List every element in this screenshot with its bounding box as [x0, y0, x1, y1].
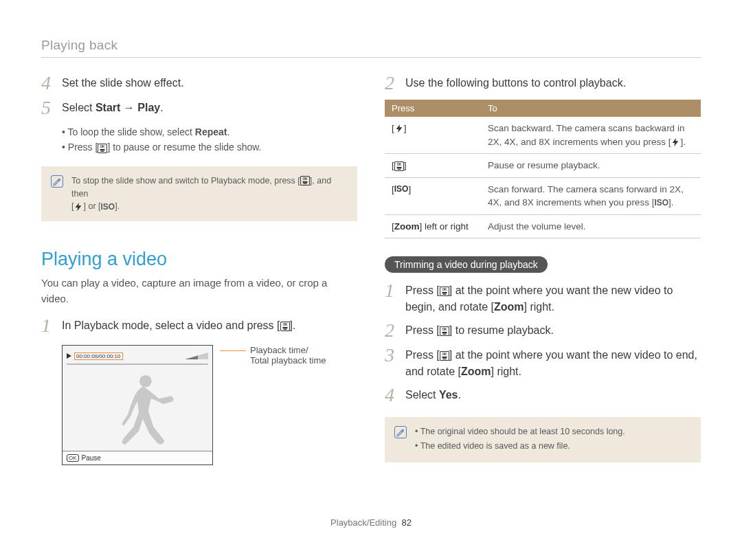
note-body: To stop the slide show and switch to Pla… — [71, 175, 348, 213]
volume-icon — [185, 352, 208, 359]
table-row: [] Pause or resume playback. — [385, 154, 701, 178]
sub-bullets: To loop the slide show, select Repeat. P… — [62, 124, 357, 155]
section-heading: Playing a video — [41, 249, 357, 270]
step-text: Select Yes. — [405, 387, 461, 403]
trim-step-2: 2 Press [] to resume playback. — [385, 322, 701, 340]
callout-text: Total playback time — [250, 355, 326, 366]
press-cell: [] — [385, 154, 481, 178]
table-header-to: To — [481, 100, 701, 117]
callout-text: Playback time/ — [250, 345, 308, 355]
video-topbar: 00:00:08/00:00:10 — [67, 350, 208, 362]
text-bold: Zoom — [394, 221, 420, 232]
text: ]. — [115, 201, 120, 211]
text-bold: Yes — [439, 389, 458, 401]
page-footer: Playback/Editing 82 — [41, 517, 701, 528]
trim-step-4: 4 Select Yes. — [385, 387, 701, 405]
to-cell: Scan forward. The camera scans forward i… — [481, 177, 701, 214]
step-text: Press [] to resume playback. — [405, 322, 554, 339]
ok-button-icon — [440, 351, 449, 361]
playback-time: 00:00:08/00:00:10 — [74, 352, 123, 360]
note-box: The original video should be at least 10… — [385, 417, 701, 462]
bullet: Press [] to pause or resume the slide sh… — [62, 139, 357, 155]
trim-step-1: 1 Press [] at the point where you want t… — [385, 282, 701, 315]
to-cell: Scan backward. The camera scans backward… — [481, 117, 701, 154]
text-bold: Repeat — [195, 126, 227, 137]
press-cell: [] — [385, 117, 481, 154]
text: Press [ — [405, 324, 440, 336]
iso-icon: ISO — [654, 199, 668, 208]
play-step-1: 1 In Playback mode, select a video and p… — [41, 317, 357, 335]
text: Select — [62, 102, 95, 113]
to-cell: Adjust the volume level. — [481, 214, 701, 238]
text: ] — [408, 184, 411, 194]
text: Select — [405, 389, 439, 401]
section-intro: You can play a video, capture an image f… — [41, 276, 357, 306]
bullet: To loop the slide show, select Repeat. — [62, 124, 357, 139]
step-number: 4 — [385, 385, 405, 405]
step-text: Set the slide show effect. — [62, 75, 184, 91]
note-body: The original video should be at least 10… — [415, 425, 625, 454]
text: To stop the slide show and switch to Pla… — [71, 176, 300, 186]
step-number: 4 — [41, 74, 62, 93]
ok-button-icon — [394, 161, 404, 171]
step-number: 1 — [385, 281, 405, 300]
step-number: 2 — [385, 321, 405, 340]
press-cell: [Zoom] left or right — [385, 214, 481, 238]
ok-button-icon — [440, 287, 449, 296]
table-row: [ISO] Scan forward. The camera scans for… — [385, 177, 701, 214]
video-bottom-bar: OK Pause — [63, 451, 212, 464]
text: ]. — [680, 137, 686, 147]
text: Press [ — [405, 349, 440, 361]
flash-icon — [394, 124, 404, 133]
text: ] left or right — [420, 221, 469, 232]
iso-icon: ISO — [394, 185, 409, 194]
callout: Playback time/ Total playback time — [220, 345, 326, 366]
note-pencil-icon — [394, 426, 407, 438]
text: . — [227, 126, 229, 137]
text: ] — [404, 160, 407, 170]
footer-section: Playback/Editing — [330, 517, 396, 528]
text: In Playback mode, select a video and pre… — [62, 320, 280, 331]
step-number: 5 — [41, 98, 62, 117]
callout-line-icon — [220, 350, 246, 351]
pause-label: Pause — [82, 454, 101, 462]
play-icon — [67, 353, 71, 359]
page-number: 82 — [401, 517, 411, 528]
text: ] or [ — [83, 201, 100, 211]
svg-point-5 — [139, 375, 152, 388]
text: ] to resume playback. — [449, 324, 554, 336]
ok-button-icon — [440, 326, 449, 336]
to-cell: Pause or resume playback. — [481, 154, 701, 178]
step-2-right: 2 Use the following buttons to control p… — [385, 75, 701, 93]
ok-button-icon — [300, 176, 310, 186]
text: ]. — [290, 320, 296, 331]
text-bold: Play — [137, 102, 160, 113]
step-5: 5 Select Start → Play. — [41, 100, 357, 117]
text: . — [458, 389, 461, 401]
text: ] — [404, 123, 407, 133]
text: . — [160, 102, 163, 113]
text-bold: Zoom — [494, 301, 524, 313]
table-row: [Zoom] left or right Adjust the volume l… — [385, 214, 701, 238]
breadcrumb: Playing back — [41, 38, 701, 58]
text: Scan backward. The camera scans backward… — [488, 123, 684, 147]
left-column: 4 Set the slide show effect. 5 Select St… — [41, 75, 357, 490]
table-row: [] Scan backward. The camera scans backw… — [385, 117, 701, 154]
pill-heading: Trimming a video during playback — [385, 256, 548, 273]
step-text: Use the following buttons to control pla… — [405, 75, 626, 91]
step-number: 2 — [385, 74, 405, 93]
step-text: Select Start → Play. — [62, 100, 164, 116]
note-pencil-icon — [51, 175, 63, 188]
bullet: The edited video is saved as a new file. — [415, 440, 625, 453]
text: Press [ — [68, 142, 98, 153]
text: ]. — [668, 197, 674, 208]
step-number: 1 — [41, 316, 62, 335]
right-column: 2 Use the following buttons to control p… — [385, 75, 701, 490]
text: To loop the slide show, select — [68, 126, 195, 137]
step-number: 3 — [385, 346, 405, 365]
flash-icon — [671, 137, 680, 147]
ok-button-icon — [280, 322, 290, 331]
step-text: Press [] at the point where you want the… — [405, 347, 701, 380]
text: Press [ — [405, 284, 440, 296]
arrow-icon: → — [120, 102, 137, 113]
